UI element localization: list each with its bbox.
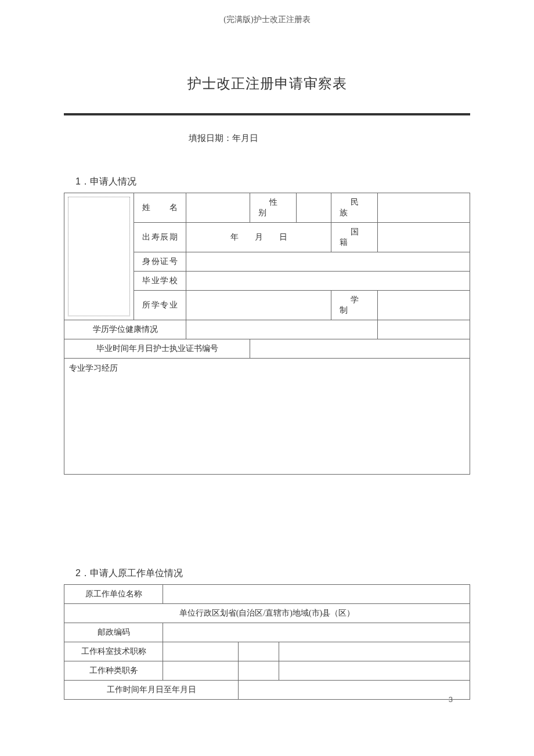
section2-title: 2．申请人原工作单位情况: [75, 567, 534, 580]
fill-date-label: 填报日期：年月日: [189, 133, 534, 144]
label-study-exp: 专业学习经历: [69, 364, 118, 372]
field-nationality[interactable]: [378, 223, 470, 252]
workunit-table: 原工作单位名称 单位行政区划省(自治区/直辖市)地域(市)县（区） 邮政编码 工…: [64, 584, 470, 700]
field-idno[interactable]: [186, 252, 470, 272]
field-gender[interactable]: [297, 193, 331, 223]
label-birth: 出寿辰期: [134, 223, 186, 252]
label-grad-cert: 毕业时间年月日护士执业证书编号: [64, 339, 250, 359]
label-worktime: 工作时间年月日至年月日: [64, 681, 239, 700]
label-jobtype: 工作种类职务: [64, 661, 163, 681]
label-org-name: 原工作单位名称: [64, 585, 163, 604]
field-dept[interactable]: [163, 642, 239, 661]
label-dept-title: 工作科室技术职称: [64, 642, 163, 661]
field-worktime[interactable]: [239, 681, 470, 700]
page-number: 3: [449, 695, 453, 704]
applicant-table: 姓 名 性 别 民 族 出寿辰期 年 月 日 国 籍 身份证号 毕业学校 所学专…: [64, 193, 470, 475]
section1-title: 1．申请人情况: [75, 176, 534, 188]
field-major[interactable]: [186, 291, 331, 320]
label-name: 姓 名: [134, 193, 186, 223]
title-rule: [64, 113, 470, 115]
field-ethnic[interactable]: [378, 193, 470, 223]
label-postcode: 邮政编码: [64, 623, 163, 642]
field-name[interactable]: [186, 193, 250, 223]
field-jobtype-a[interactable]: [163, 661, 239, 681]
field-techtitle-a[interactable]: [239, 642, 279, 661]
label-edusystem: 学 制: [331, 291, 378, 320]
label-ethnic: 民 族: [331, 193, 378, 223]
field-techtitle-b[interactable]: [279, 642, 470, 661]
field-postcode[interactable]: [163, 623, 470, 642]
main-title: 护士改正注册申请审察表: [0, 74, 534, 93]
field-org-name[interactable]: [163, 585, 470, 604]
section2-num: 2．: [75, 568, 90, 578]
label-major: 所学专业: [134, 291, 186, 320]
field-grad-cert[interactable]: [250, 339, 470, 359]
photo-placeholder: [68, 197, 130, 316]
field-jobtype-b[interactable]: [239, 661, 279, 681]
field-edusystem[interactable]: [378, 291, 470, 320]
label-nationality: 国 籍: [331, 223, 378, 252]
label-school: 毕业学校: [134, 272, 186, 291]
label-degree-health: 学历学位健康情况: [64, 320, 186, 339]
section2-text: 申请人原工作单位情况: [90, 568, 183, 578]
header-note: (完满版)护士改正注册表: [0, 0, 534, 25]
label-gender: 性 别: [250, 193, 297, 223]
label-admin-div: 单位行政区划省(自治区/直辖市)地域(市)县（区）: [64, 604, 470, 623]
label-idno: 身份证号: [134, 252, 186, 272]
field-school[interactable]: [186, 272, 470, 291]
photo-cell: [64, 193, 134, 320]
field-degree-health[interactable]: [186, 320, 378, 339]
field-study-exp[interactable]: 专业学习经历: [64, 359, 470, 475]
field-degree-health-2[interactable]: [378, 320, 470, 339]
section1-num: 1．: [75, 176, 90, 186]
field-birth[interactable]: 年 月 日: [186, 223, 331, 252]
field-jobtype-c[interactable]: [279, 661, 470, 681]
section1-text: 申请人情况: [90, 176, 136, 186]
